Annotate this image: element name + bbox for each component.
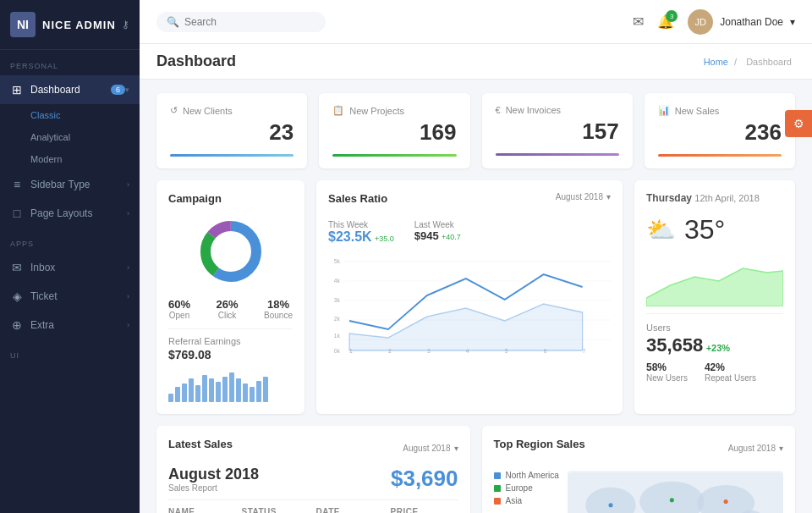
svg-text:2k: 2k	[334, 314, 340, 323]
sales-line-chart: 5k 4k 3k 2k 1k 0k	[328, 253, 611, 355]
latest-sales-chevron-icon: ▾	[454, 444, 458, 453]
weather-day: Thursday	[646, 192, 692, 204]
settings-fab-button[interactable]: ⚙	[785, 110, 812, 137]
bar-12	[243, 383, 248, 402]
bell-icon-button[interactable]: 🔔 3	[657, 14, 674, 30]
top-region-header: Top Region Sales August 2018 ▾	[494, 438, 784, 459]
sidebar-item-extra[interactable]: ⊕ Extra ›	[0, 311, 140, 339]
gear-icon: ⚙	[793, 117, 804, 130]
sales-date-badge[interactable]: August 2018 ▾	[556, 192, 611, 201]
campaign-title: Campaign	[168, 192, 293, 205]
new-users-label: New Users	[646, 373, 688, 383]
ui-label: UI	[0, 339, 140, 365]
svg-text:1: 1	[349, 346, 353, 355]
bounce-label: Bounce	[264, 311, 293, 320]
sidebar-item-sidebar-type[interactable]: ≡ Sidebar Type ›	[0, 170, 140, 199]
dashboard-badge: 6	[111, 85, 125, 95]
latest-sales-card: Latest Sales August 2018 ▾ August 2018 S…	[156, 426, 470, 513]
breadcrumb: Home / Dashboard	[704, 57, 795, 67]
sales-ratio-card: Sales Ratio August 2018 ▾ This Week $23.…	[316, 180, 623, 414]
campaign-stat-bounce: 18% Bounce	[264, 298, 293, 320]
chevron-right-icon: ›	[127, 292, 129, 301]
users-change: +23%	[706, 343, 730, 353]
search-icon: 🔍	[167, 16, 179, 28]
campaign-stats: 60% Open 26% Click 18% Bounce	[168, 298, 293, 320]
weather-temp: ⛅ 35°	[646, 214, 783, 245]
stat-card-new-clients: ↺ New Clients 23	[156, 93, 307, 168]
latest-sales-date-badge[interactable]: August 2018 ▾	[403, 444, 458, 453]
top-region-chevron-icon: ▾	[779, 444, 783, 453]
user-menu[interactable]: JD Jonathan Doe ▾	[688, 9, 795, 35]
bar-6	[202, 375, 207, 402]
bar-9	[222, 377, 228, 402]
stat-card-new-sales: 📊 New Sales 236	[645, 93, 795, 168]
sales-period: August 2018	[168, 466, 259, 483]
svg-text:6: 6	[544, 346, 547, 355]
legend-item-2: Europe	[494, 483, 559, 493]
svg-text:3k: 3k	[334, 295, 340, 304]
bounce-value: 18%	[264, 298, 293, 311]
latest-sales-period-info: August 2018 Sales Report	[168, 466, 259, 493]
sidebar-item-classic[interactable]: Classic	[0, 104, 140, 126]
notification-badge: 3	[666, 10, 678, 22]
topbar: 🔍 ✉ 🔔 3 JD Jonathan Doe ▾	[140, 0, 812, 44]
breadcrumb-current: Dashboard	[746, 57, 792, 67]
extra-icon: ⊕	[10, 318, 24, 332]
sidebar-item-page-layouts[interactable]: □ Page Layouts ›	[0, 199, 140, 228]
svg-marker-23	[646, 268, 783, 306]
bar-8	[216, 382, 221, 402]
chevron-right-icon: ›	[127, 321, 129, 329]
col-date: DATE	[316, 507, 384, 513]
svg-point-32	[723, 499, 727, 504]
new-projects-bar	[332, 154, 456, 157]
svg-text:0k: 0k	[334, 346, 340, 355]
users-count: 35,658	[646, 334, 703, 356]
campaign-stat-click: 26% Click	[217, 298, 239, 320]
top-region-date-badge[interactable]: August 2018 ▾	[728, 444, 783, 453]
user-name: Jonathan Doe	[720, 16, 783, 28]
breadcrumb-home[interactable]: Home	[704, 57, 728, 67]
sales-chevron-icon: ▾	[606, 192, 611, 201]
svg-text:4: 4	[466, 346, 469, 355]
sidebar-item-inbox[interactable]: ✉ Inbox ›	[0, 253, 140, 282]
logo-icon: NI	[10, 12, 36, 37]
bar-2	[175, 387, 180, 402]
app-name: NICE ADMIN	[42, 19, 116, 31]
sidebar-item-analytical[interactable]: Analytical	[0, 126, 140, 148]
bar-10	[229, 372, 234, 402]
sidebar-item-label: Inbox	[30, 262, 127, 273]
search-input[interactable]	[184, 16, 311, 28]
sidebar-logo: NI NICE ADMIN ⚷	[0, 0, 140, 50]
open-value: 60%	[168, 298, 190, 311]
mail-icon-button[interactable]: ✉	[633, 14, 644, 30]
this-week-value: $23.5K	[328, 229, 372, 244]
bar-7	[209, 378, 214, 402]
sidebar-item-modern[interactable]: Modern	[0, 148, 140, 170]
page-header: Dashboard Home / Dashboard	[140, 44, 812, 80]
new-invoices-value: 157	[496, 119, 619, 145]
user-chevron-icon: ▾	[790, 16, 795, 28]
svg-text:3: 3	[427, 346, 431, 355]
chevron-right-icon: ›	[127, 209, 129, 218]
legend-item-1: North America	[494, 471, 559, 480]
click-label: Click	[217, 311, 239, 320]
search-box[interactable]: 🔍	[156, 12, 326, 32]
latest-sales-amount: $3,690	[391, 466, 458, 492]
legend-dot-2	[494, 485, 501, 492]
topbar-right: ✉ 🔔 3 JD Jonathan Doe ▾	[633, 9, 795, 35]
this-week-change: +35.0	[375, 234, 394, 243]
svg-marker-15	[349, 304, 583, 350]
click-value: 26%	[217, 298, 239, 311]
sidebar-type-icon: ≡	[10, 178, 24, 191]
region-legend: North America Europe Asia	[494, 471, 559, 513]
weather-icon: ⛅	[646, 216, 676, 244]
new-users-pct: 58%	[646, 361, 688, 373]
stat-card-new-projects: 📋 New Projects 169	[319, 93, 469, 168]
sidebar-item-dashboard[interactable]: ⊞ Dashboard 6 ▾	[0, 75, 140, 104]
new-clients-value: 23	[170, 119, 294, 146]
svg-text:5: 5	[505, 346, 508, 355]
sidebar-item-ticket[interactable]: ◈ Ticket ›	[0, 282, 140, 311]
weather-card: Thursday 12th April, 2018 ⛅ 35° Users	[634, 180, 795, 414]
avatar: JD	[688, 9, 713, 35]
sales-table-header: NAME STATUS DATE PRICE	[168, 499, 458, 513]
